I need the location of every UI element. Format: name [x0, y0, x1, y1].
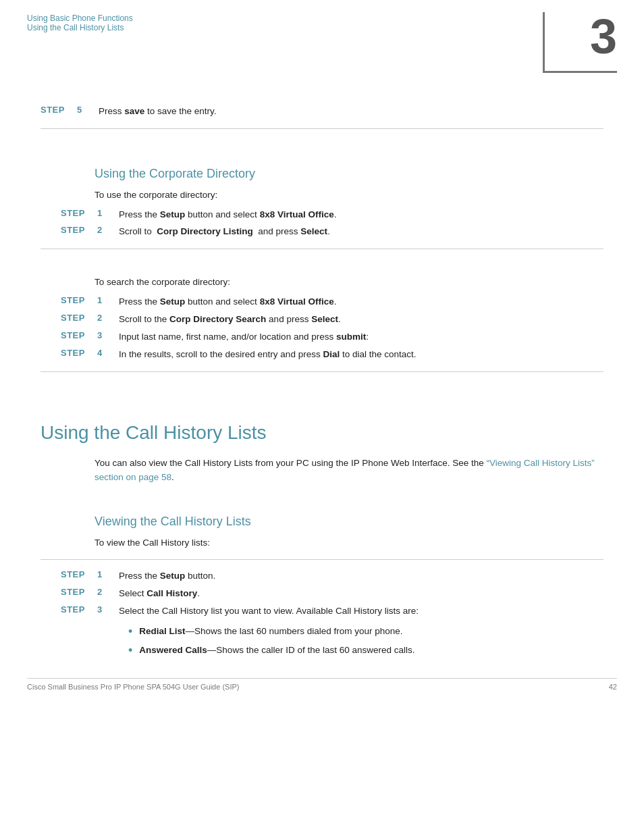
viewing-call-history-heading: Viewing the Call History Lists	[41, 515, 603, 529]
corp-use-s2-num: 2	[97, 225, 113, 235]
call-history-bullet-list: • Redial List—Shows the last 60 numbers …	[41, 624, 603, 658]
corp-search-s2-text: Scroll to the Corp Directory Search and …	[119, 313, 341, 327]
divider-4	[41, 559, 603, 560]
corp-search-step-3: STEP 3 Input last name, first name, and/…	[41, 330, 603, 344]
corp-intro1: To use the corporate directory:	[41, 188, 603, 203]
call-hist-step-2: STEP 2 Select Call History.	[41, 587, 603, 601]
corp-search-s2-label: STEP	[61, 313, 95, 323]
corp-search-step-1: STEP 1 Press the Setup button and select…	[41, 295, 603, 309]
corp-use-s2-label: STEP	[61, 225, 95, 235]
call-hist-s2-text: Select Call History.	[119, 587, 200, 601]
call-hist-s1-text: Press the Setup button.	[119, 569, 215, 583]
corp-search-s3-label: STEP	[61, 330, 95, 340]
call-hist-s2-label: STEP	[61, 587, 95, 597]
corp-search-s1-text: Press the Setup button and select 8x8 Vi…	[119, 295, 336, 309]
divider-3	[41, 371, 603, 372]
bullet-answered-calls: • Answered Calls—Shows the caller ID of …	[128, 643, 603, 658]
corp-use-s2-text: Scroll to Corp Directory Listing and pre…	[119, 225, 330, 239]
breadcrumb: Using Basic Phone Functions Using the Ca…	[27, 14, 133, 32]
call-hist-step-3: STEP 3 Select the Call History list you …	[41, 604, 603, 619]
chapter-number: 3	[590, 12, 617, 61]
corp-search-s2-num: 2	[97, 313, 113, 323]
corp-search-s3-num: 3	[97, 330, 113, 340]
bullet-dot-1: •	[128, 624, 132, 640]
call-hist-s3-text: Select the Call History list you want to…	[119, 604, 419, 619]
step-5-content: Press save to save the entry.	[99, 105, 217, 119]
breadcrumb-line1: Using Basic Phone Functions	[27, 14, 133, 23]
page-footer: Cisco Small Business Pro IP Phone SPA 50…	[27, 678, 617, 691]
footer-right: 42	[609, 683, 617, 691]
breadcrumb-line2: Using the Call History Lists	[27, 23, 133, 32]
corp-use-s1-num: 1	[97, 208, 113, 218]
call-hist-s3-label: STEP	[61, 604, 95, 615]
corp-use-s1-label: STEP	[61, 208, 95, 218]
corp-search-s1-num: 1	[97, 295, 113, 305]
corp-search-step-4: STEP 4 In the results, scroll to the des…	[41, 348, 603, 362]
call-hist-step-1: STEP 1 Press the Setup button.	[41, 569, 603, 583]
corp-search-s4-text: In the results, scroll to the desired en…	[119, 348, 417, 362]
corp-search-s1-label: STEP	[61, 295, 95, 305]
view-intro: To view the Call History lists:	[41, 536, 603, 550]
bullet-answered-text: Answered Calls—Shows the caller ID of th…	[139, 643, 414, 658]
call-hist-s3-num: 3	[97, 604, 113, 615]
call-history-major-heading: Using the Call History Lists	[41, 422, 603, 444]
call-history-intro-end: .	[171, 472, 174, 482]
corporate-directory-heading: Using the Corporate Directory	[41, 167, 603, 181]
bullet-redial-list: • Redial List—Shows the last 60 numbers …	[128, 624, 603, 640]
step-5-num: 5	[77, 105, 93, 115]
bullet-dot-2: •	[128, 643, 132, 658]
call-hist-s2-num: 2	[97, 587, 113, 597]
call-history-intro-text: You can also view the Call History Lists…	[95, 458, 487, 468]
corp-search-step-2: STEP 2 Scroll to the Corp Directory Sear…	[41, 313, 603, 327]
corp-use-s1-text: Press the Setup button and select 8x8 Vi…	[119, 208, 336, 222]
corp-use-step-1: STEP 1 Press the Setup button and select…	[41, 208, 603, 222]
call-hist-s1-num: 1	[97, 569, 113, 579]
footer-left: Cisco Small Business Pro IP Phone SPA 50…	[27, 683, 239, 691]
call-history-intro-para: You can also view the Call History Lists…	[41, 456, 603, 485]
divider-1	[41, 128, 603, 129]
call-hist-s1-label: STEP	[61, 569, 95, 579]
step-5-label: STEP	[41, 105, 74, 115]
corp-use-step-2: STEP 2 Scroll to Corp Directory Listing …	[41, 225, 603, 239]
corp-intro2: To search the corporate directory:	[41, 275, 603, 290]
corp-search-s3-text: Input last name, first name, and/or loca…	[119, 330, 369, 344]
corp-search-s4-num: 4	[97, 348, 113, 358]
bullet-redial-text: Redial List—Shows the last 60 numbers di…	[139, 624, 402, 639]
corp-search-s4-label: STEP	[61, 348, 95, 358]
divider-2	[41, 249, 603, 249]
step-5-row: STEP 5 Press save to save the entry.	[41, 105, 603, 119]
